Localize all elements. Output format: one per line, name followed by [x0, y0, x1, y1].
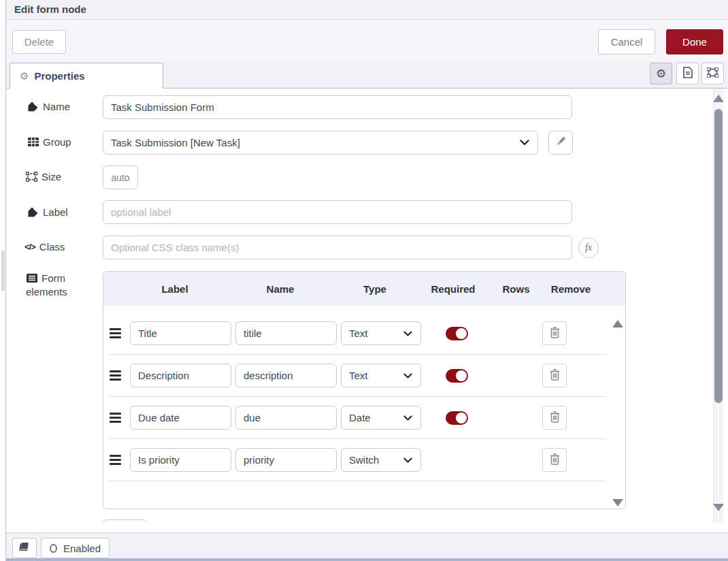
trash-icon — [550, 453, 560, 467]
class-field-label: </> Class — [24, 241, 65, 253]
enabled-label: Enabled — [63, 543, 101, 554]
workspace-edge — [0, 558, 728, 561]
element-name-input[interactable] — [235, 406, 337, 430]
form-elements-label-line2: elements — [26, 286, 67, 298]
column-header-name: Name — [229, 283, 331, 295]
name-field-label: Name — [27, 101, 70, 112]
label-input[interactable] — [103, 200, 572, 224]
dialog-scrollbar[interactable] — [713, 89, 723, 523]
name-input[interactable] — [103, 95, 572, 119]
document-icon — [683, 67, 693, 81]
column-header-rows: Rows — [487, 283, 545, 295]
dialog-footer: Enabled — [6, 532, 728, 558]
drag-handle-icon[interactable] — [110, 455, 121, 465]
element-name-input[interactable] — [235, 448, 337, 472]
group-field-label: Group — [27, 136, 71, 148]
table-scrollbar[interactable] — [612, 315, 623, 512]
tray-resize-strip[interactable] — [0, 0, 6, 561]
tab-button-properties[interactable]: ⚙ — [650, 63, 672, 84]
scroll-up-arrow[interactable] — [612, 320, 623, 327]
remove-element-button[interactable] — [542, 364, 567, 387]
gear-icon: ⚙ — [20, 71, 29, 81]
element-type-select[interactable]: Switch — [341, 448, 421, 472]
drag-handle-icon[interactable] — [110, 413, 121, 423]
form-elements-table: Label Name Type Required Rows Remove Tex… — [103, 271, 626, 509]
column-header-required: Required — [419, 283, 487, 295]
form-element-row: Date — [109, 397, 606, 439]
code-icon: </> — [24, 242, 35, 252]
cancel-button[interactable]: Cancel — [598, 29, 655, 54]
done-button[interactable]: Done — [666, 29, 723, 54]
chevron-down-icon — [403, 415, 412, 421]
size-field-label: Size — [26, 171, 61, 182]
status-circle-icon — [50, 544, 57, 553]
column-header-label: Label — [124, 283, 226, 295]
chevron-down-icon — [403, 331, 412, 336]
form-element-row: Text — [109, 312, 606, 355]
scroll-down-arrow[interactable] — [713, 504, 724, 511]
column-header-remove: Remove — [545, 283, 597, 295]
fx-expression-button[interactable]: fx — [578, 238, 599, 258]
element-label-input[interactable] — [130, 364, 231, 387]
edit-form-node-dialog: Edit form node Delete Cancel Done ⚙ Prop… — [0, 0, 728, 561]
element-label-input[interactable] — [130, 406, 231, 430]
size-button[interactable]: auto — [103, 165, 138, 189]
dialog-header: Edit form node — [6, 0, 728, 20]
dialog-toolbar: Delete Cancel Done — [6, 20, 728, 61]
tab-bar: ⚙ Properties ⚙ — [6, 61, 728, 89]
tab-properties-label: Properties — [34, 70, 84, 82]
required-toggle[interactable] — [446, 327, 468, 340]
tab-button-appearance[interactable] — [701, 63, 724, 84]
dialog-title: Edit form node — [14, 3, 86, 15]
label-field-label: Label — [27, 206, 68, 218]
element-name-input[interactable] — [235, 364, 337, 387]
remove-element-button[interactable] — [542, 406, 567, 430]
tab-button-description[interactable] — [676, 63, 699, 84]
element-type-select[interactable]: Text — [341, 321, 421, 345]
element-name-input[interactable] — [235, 321, 337, 345]
element-label-input[interactable] — [130, 321, 231, 345]
remove-element-button[interactable] — [542, 448, 567, 472]
gear-icon: ⚙ — [656, 68, 666, 80]
tag-icon — [27, 101, 39, 112]
pencil-icon — [556, 136, 566, 149]
column-header-type: Type — [335, 283, 415, 295]
remove-element-button[interactable] — [542, 321, 567, 345]
drag-handle-icon[interactable] — [110, 370, 121, 381]
tab-properties[interactable]: ⚙ Properties — [10, 63, 163, 89]
required-toggle[interactable] — [446, 411, 468, 425]
form-elements-label: Form — [26, 272, 65, 284]
add-element-button[interactable] — [103, 519, 147, 523]
group-select[interactable]: Task Submission [New Task] — [103, 131, 538, 155]
list-icon — [26, 274, 37, 283]
element-type-select[interactable]: Text — [341, 364, 421, 387]
element-label-input[interactable] — [130, 448, 231, 472]
table-icon — [27, 138, 39, 146]
scroll-down-arrow[interactable] — [612, 499, 623, 507]
docs-button[interactable] — [12, 538, 37, 558]
chevron-down-icon — [403, 458, 412, 463]
delete-button[interactable]: Delete — [12, 30, 66, 54]
trash-icon — [550, 369, 560, 383]
appearance-icon — [707, 67, 718, 80]
required-toggle[interactable] — [446, 369, 468, 383]
tray-resize-handle[interactable] — [1, 251, 5, 291]
element-type-select[interactable]: Date — [341, 406, 421, 430]
trash-icon — [550, 411, 560, 425]
form-element-row: Text — [109, 355, 606, 397]
scroll-up-arrow[interactable] — [713, 95, 724, 102]
class-input[interactable] — [103, 236, 572, 259]
form-elements-table-body: Text Text — [103, 312, 625, 516]
drag-handle-icon[interactable] — [110, 328, 121, 338]
size-icon — [26, 172, 37, 182]
form-element-row: Switch — [109, 439, 606, 481]
book-icon — [19, 542, 30, 555]
chevron-down-icon — [403, 373, 412, 379]
edit-group-button[interactable] — [548, 131, 573, 155]
tag-icon — [27, 207, 39, 217]
properties-panel: Name Group Task Submission [New Task] — [6, 89, 713, 523]
scrollbar-thumb[interactable] — [714, 109, 723, 403]
enabled-toggle-button[interactable]: Enabled — [41, 538, 110, 558]
form-elements-table-header: Label Name Type Required Rows Remove — [103, 272, 625, 306]
chevron-down-icon — [520, 140, 529, 146]
